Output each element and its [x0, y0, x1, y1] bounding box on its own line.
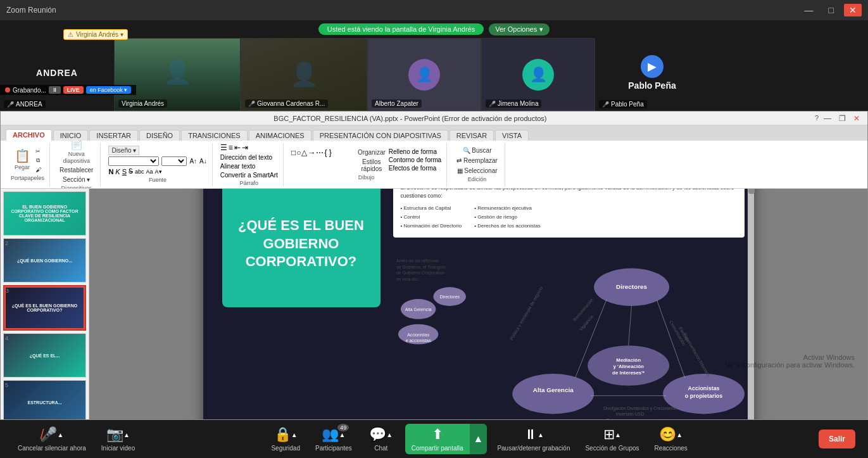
video-chevron-icon[interactable]: ▲ — [123, 431, 130, 438]
slide-thumb-4[interactable]: 4 ¿QUÉ ES EL... — [3, 333, 86, 378]
tab-diseno[interactable]: DISEÑO — [139, 130, 180, 141]
font-spacing-button[interactable]: abc — [135, 167, 144, 175]
organizar-button[interactable]: Organizar — [356, 148, 387, 156]
ppt-close-button[interactable]: ✕ — [851, 114, 862, 123]
chevron-up-icon[interactable]: ▲ — [57, 431, 63, 438]
minimize-button[interactable]: — — [800, 4, 819, 16]
reactions-chevron-icon[interactable]: ▲ — [676, 431, 682, 438]
buscar-button[interactable]: 🔍 Buscar — [455, 146, 500, 155]
breakout-button[interactable]: ⊞ ▲ Sección de Grupos — [580, 424, 644, 454]
end-meeting-button[interactable]: Salir — [819, 429, 855, 448]
seccion-button[interactable]: Sección ▾ — [61, 175, 92, 184]
font-size-select[interactable] — [161, 156, 187, 166]
text-direction-button[interactable]: Dirección del texto — [220, 154, 272, 161]
bold-button[interactable]: N — [108, 167, 113, 175]
diagram-items-left: • Estructura de Capital • Control • Nomi… — [401, 204, 462, 231]
estilos-rapidos-button[interactable]: Estilosrápidos — [356, 158, 387, 173]
shape-5[interactable]: ⋯ — [316, 148, 324, 173]
breakout-chevron-icon[interactable]: ▲ — [615, 431, 621, 438]
tab-revisar[interactable]: REVISAR — [450, 130, 494, 141]
record-chevron-icon[interactable]: ▲ — [538, 431, 544, 438]
scrollbar-thumb[interactable] — [748, 189, 755, 194]
tab-inicio[interactable]: INICIO — [53, 130, 89, 141]
participants-chevron-icon[interactable]: ▲ — [339, 431, 345, 438]
mic-slash-icon: / — [40, 426, 44, 443]
tab-transiciones[interactable]: TRANSICIONES — [181, 130, 248, 141]
cortar-button[interactable]: ✂ — [34, 148, 43, 155]
tab-archivo[interactable]: ARCHIVO — [6, 129, 52, 141]
ppt-minimize-button[interactable]: — — [821, 114, 834, 123]
shape-6[interactable]: { } — [324, 148, 331, 173]
italic-button[interactable]: K — [115, 167, 120, 175]
decrease-font-icon[interactable]: A↓ — [199, 158, 207, 165]
record-label: Pausar/detener grabación — [497, 445, 570, 452]
pablo-participant-label: 🎤 Pablo Peña — [599, 100, 647, 108]
zoom-titlebar: Zoom Reunión — □ ✕ — [0, 0, 868, 20]
participants-button[interactable]: 👥 49 ▲ Participantes — [310, 424, 357, 454]
reemplazar-button[interactable]: ⇄ Reemplazar — [455, 156, 500, 165]
record-button[interactable]: ⏸ ▲ Pausar/detener grabación — [492, 424, 575, 454]
pegar-button[interactable]: 📋 Pegar — [13, 148, 32, 174]
shape-2[interactable]: ○ — [296, 148, 301, 173]
diseno-select[interactable]: Diseño ▾ — [108, 146, 139, 155]
font-color-button[interactable]: A▾ — [155, 167, 162, 175]
tab-vista[interactable]: VISTA — [495, 130, 529, 141]
shape-3[interactable]: △ — [301, 148, 307, 173]
tab-insertar[interactable]: INSERTAR — [89, 130, 138, 141]
security-chevron-icon[interactable]: ▲ — [291, 431, 298, 438]
share-screen-chevron[interactable]: ▲ — [470, 424, 487, 454]
shape-1[interactable]: □ — [291, 148, 296, 173]
copiar-formato-button[interactable]: 🖌 — [34, 166, 43, 174]
slides-panel[interactable]: 1 EL BUEN GOBIERNO CORPORATIVO COMO FACT… — [1, 189, 89, 419]
window-controls: — □ ✕ — [800, 4, 862, 16]
svg-text:Representación fiduciaria: Representación fiduciaria — [682, 333, 711, 378]
relleno-button[interactable]: Relleno de forma — [389, 148, 441, 155]
recording-dot — [5, 87, 10, 92]
andrea-name-label: ANDREA — [36, 68, 78, 78]
share-screen-button[interactable]: ⬆ Compartir pantalla — [405, 424, 470, 454]
strikethrough-button[interactable]: S̶ — [129, 167, 133, 175]
vertical-scrollbar[interactable] — [748, 189, 754, 419]
numbering-button[interactable]: ≡ — [229, 143, 233, 152]
underline-button[interactable]: S — [122, 167, 127, 175]
slide-thumb-3[interactable]: 3 ¿QUÉ ES EL BUEN GOBIERNO CORPORATIVO? — [3, 285, 86, 331]
close-button[interactable]: ✕ — [844, 4, 862, 16]
tab-presentacion[interactable]: PRESENTACIÓN CON DIAPOSITIVAS — [313, 130, 448, 141]
svg-text:Antes de las reformas: Antes de las reformas — [396, 258, 439, 263]
smartart-button[interactable]: Convertir a SmartArt — [220, 172, 278, 179]
contorno-button[interactable]: Contorno de forma — [389, 156, 441, 163]
indent-dec-button[interactable]: ⇤ — [234, 143, 241, 152]
bullets-button[interactable]: ☰ — [220, 143, 227, 152]
windows-activation-watermark: Activar Windows Ve a Configuración para … — [726, 353, 855, 369]
slide-thumb-5[interactable]: 5 ESTRUCTURA... — [3, 380, 86, 419]
maximize-button[interactable]: □ — [824, 4, 839, 16]
font-family-select[interactable] — [108, 156, 159, 166]
change-case-button[interactable]: Aa — [146, 167, 153, 175]
shape-4[interactable]: → — [308, 148, 315, 173]
align-text-button[interactable]: Alinear texto — [220, 163, 256, 170]
svg-text:Mediación: Mediación — [616, 357, 641, 363]
reactions-button[interactable]: 😊 ▲ Reacciones — [650, 424, 693, 454]
chat-chevron-icon[interactable]: ▲ — [386, 431, 393, 438]
slide-thumb-1[interactable]: 1 EL BUEN GOBIERNO CORPORATIVO COMO FACT… — [3, 191, 86, 236]
indent-inc-button[interactable]: ⇥ — [242, 143, 248, 152]
chat-button[interactable]: 💬 ▲ Chat — [362, 424, 400, 454]
efectos-button[interactable]: Efectos de forma — [389, 165, 441, 172]
tab-animaciones[interactable]: ANIMACIONES — [249, 130, 311, 141]
slide-thumb-2[interactable]: 2 ¿QUÉ BUEN GOBIERNO... — [3, 238, 86, 283]
pablo-icon: ▶ — [641, 55, 664, 78]
ppt-restore-button[interactable]: ❐ — [836, 114, 848, 123]
security-button[interactable]: 🔒 ▲ Seguridad — [266, 424, 305, 454]
seleccionar-button[interactable]: ▦ Seleccionar — [455, 167, 500, 175]
increase-font-icon[interactable]: A↑ — [189, 158, 197, 165]
ppt-help-icon[interactable]: ? — [815, 114, 819, 123]
ver-opciones-button[interactable]: Ver Opciones ▾ — [489, 23, 550, 35]
mute-button[interactable]: 🎤 / ▲ Cancelar silenciar ahora — [13, 424, 91, 454]
pause-recording-icon[interactable]: ⏸ — [49, 86, 61, 94]
restablecer-button[interactable]: Restablecer — [58, 166, 95, 174]
video-button[interactable]: 📷 ▲ Iniciar video — [96, 424, 140, 454]
facebook-badge[interactable]: en Facebook ▾ — [86, 86, 132, 94]
nueva-diapositiva-button[interactable]: 📄 Nuevadiapositiva — [61, 141, 92, 165]
slide-4-preview: ¿QUÉ ES EL... — [4, 334, 85, 377]
copiar-button[interactable]: ⧉ — [34, 156, 43, 165]
